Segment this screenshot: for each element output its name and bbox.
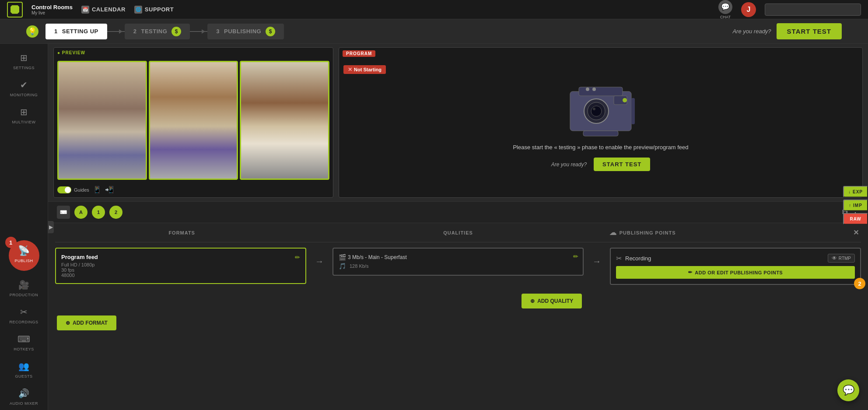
guides-toggle[interactable]: Guides (57, 186, 89, 193)
format-card: ✏ Program feed Full HD / 1080p 30 fps 48… (55, 248, 306, 284)
publish-badge-1: 1 (5, 237, 17, 248)
inner-ready-label: Are you ready? (551, 161, 587, 168)
svg-rect-11 (583, 131, 618, 136)
recording-title: ✂ Recording (616, 254, 651, 263)
rtmp-badge[interactable]: 👁 RTMP (828, 254, 855, 263)
camera-thumb-3[interactable] (240, 61, 329, 180)
hotkeys-icon: ⌨ (18, 333, 30, 345)
nav-calendar[interactable]: 📅 CALENDAR (81, 6, 126, 14)
format-sub1: Full HD / 1080p (61, 262, 300, 267)
svg-point-10 (623, 98, 627, 102)
add-quality-plus-icon: ⊕ (530, 298, 535, 304)
formats-header: FORMATS (57, 230, 307, 235)
calendar-icon: 📅 (81, 6, 89, 14)
sidebar-item-hotkeys[interactable]: ⌨ HOTKEYS (0, 329, 48, 356)
sidebar-chevron[interactable]: ▶ (48, 221, 54, 233)
chat-button[interactable]: 💬 CHAT (718, 0, 732, 19)
close-publish-x[interactable]: ✕ (853, 228, 859, 237)
guides-label: Guides (74, 187, 89, 193)
logo-box[interactable] (7, 2, 23, 18)
sidebar-item-multiview[interactable]: ⊞ MULTIVIEW (0, 102, 48, 129)
brand-sub: My live (32, 11, 73, 15)
chat-icon: 💬 (718, 0, 732, 14)
recording-column: 2 ✂ Recording 👁 RTMP (610, 248, 861, 285)
step-1-num: 1 (54, 28, 58, 35)
sidebar-item-recordings[interactable]: ✂ RECORDINGS (0, 301, 48, 329)
toolbar-a-btn[interactable]: A (74, 206, 88, 219)
step-2-label: TESTING (141, 28, 167, 35)
sidebar-item-production[interactable]: 🎥 PRODUCTION (0, 274, 48, 301)
monitoring-icon: ✔ (18, 79, 30, 91)
guests-icon: 👥 (18, 360, 30, 372)
tablet-icon[interactable]: 📱 (93, 186, 102, 194)
settings-icon: ⊞ (18, 52, 30, 64)
add-format-button[interactable]: ⊕ ADD FORMAT (57, 315, 116, 330)
sidebar-item-publish[interactable]: 1 📡 PUBLISH (9, 240, 39, 271)
quality-video-text: 3 Mb/s - Main - Superfast (348, 254, 407, 260)
mobile-icon[interactable]: 📲 (105, 186, 114, 194)
not-starting-x[interactable]: ✕ (348, 67, 352, 73)
camera-thumb-1[interactable] (57, 61, 147, 180)
step-arrow-1 (107, 31, 125, 32)
step-3-num: 3 (216, 28, 220, 35)
publishing-points-header: ☁ PUBLISHING POINTS ✕ (609, 228, 859, 237)
main-area: ● PREVIEW Guides 📱 📲 (48, 44, 868, 410)
eye-icon: 👁 (832, 255, 837, 261)
quality-video-row: 🎬 3 Mb/s - Main - Superfast (339, 254, 578, 261)
multiview-icon: ⊞ (18, 106, 30, 118)
step-2-num: 2 (133, 28, 137, 35)
settings-label: SETTINGS (13, 66, 35, 70)
quality-audio-text: 128 Kb/s (350, 263, 368, 269)
imp-button[interactable]: ↑ IMP (843, 199, 868, 211)
step-3-publishing[interactable]: 3 PUBLISHING $ (207, 24, 284, 39)
multiview-label: MULTIVIEW (12, 120, 36, 124)
preview-label: ● PREVIEW (57, 50, 85, 55)
inner-start-test-button[interactable]: START Test (594, 158, 650, 171)
format-edit-icon[interactable]: ✏ (295, 254, 300, 261)
arrow-connector-2: → (584, 248, 610, 266)
sidebar-item-audio-mixer[interactable]: 🔊 AUDIO MIXER (0, 383, 48, 410)
publish-label: PUBLISH (14, 259, 33, 263)
toolbar-2-btn[interactable]: 2 (109, 206, 122, 219)
publish-section: FORMATS QUALITIES ☁ PUBLISHING POINTS ✕ … (48, 223, 868, 410)
svg-point-4 (591, 106, 602, 116)
preview-program-row: ● PREVIEW Guides 📱 📲 (48, 44, 868, 201)
exp-button[interactable]: ↓ EXP (843, 186, 868, 197)
toolbar-1-btn[interactable]: 1 (92, 206, 105, 219)
add-format-plus-icon: ⊕ (66, 320, 70, 326)
quality-card: ✏ 🎬 3 Mb/s - Main - Superfast 🎵 128 Kb/s (332, 248, 584, 276)
step-3-coin: $ (266, 27, 275, 36)
nav-calendar-label: CALENDAR (92, 6, 126, 13)
recordings-label: RECORDINGS (9, 320, 38, 324)
sidebar-item-monitoring[interactable]: ✔ MONITORING (0, 74, 48, 102)
raw-button[interactable]: RAW (843, 213, 868, 224)
publish-headers: FORMATS QUALITIES ☁ PUBLISHING POINTS ✕ (55, 223, 861, 242)
svg-point-9 (592, 88, 596, 91)
top-navigation: Control Rooms My live 📅 CALENDAR 🌐 SUPPO… (0, 0, 868, 19)
add-publishing-button[interactable]: ✏ ADD OR EDIT PUBLISHING POINTS (616, 266, 855, 279)
step-1-setting-up[interactable]: 1 SETTING UP (46, 24, 107, 39)
user-avatar[interactable]: J (741, 2, 756, 17)
support-icon: 🌐 (134, 6, 142, 14)
audio-quality-icon: 🎵 (339, 263, 346, 270)
step-3-label: PUBLISHING (224, 28, 261, 35)
camera-thumb-2[interactable] (149, 61, 238, 180)
start-test-button[interactable]: START TEST (777, 23, 842, 39)
svg-rect-1 (579, 87, 623, 96)
brand-main: Control Rooms (32, 4, 73, 11)
sidebar-item-guests[interactable]: 👥 GUESTS (0, 356, 48, 383)
quality-edit-icon[interactable]: ✏ (573, 253, 578, 260)
preview-cameras (54, 48, 333, 197)
search-bar (765, 4, 861, 16)
add-quality-label: ADD QUALITY (537, 298, 573, 304)
chat-bubble-fixed[interactable]: 💬 (837, 379, 859, 401)
recording-header: ✂ Recording 👁 RTMP (616, 254, 855, 263)
nav-support[interactable]: 🌐 SUPPORT (134, 6, 174, 14)
guides-switch[interactable] (57, 186, 71, 193)
toolbar-keyboard-btn[interactable]: ⌨ (57, 206, 70, 219)
production-label: PRODUCTION (10, 293, 38, 297)
step-2-testing[interactable]: 2 TESTING $ (125, 24, 190, 39)
sidebar-item-settings[interactable]: ⊞ SETTINGS (0, 47, 48, 74)
add-quality-button[interactable]: ⊕ ADD QUALITY (522, 294, 582, 308)
toolbar-row: ⌨ A 1 2 ⧉ ⋮ (48, 201, 868, 223)
